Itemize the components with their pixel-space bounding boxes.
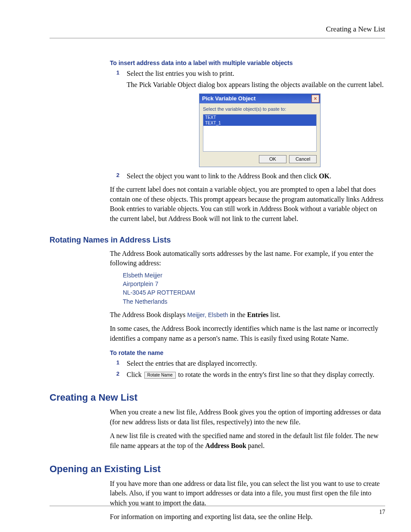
rotate-step2-suffix: to rotate the words in the entry's first… — [177, 371, 374, 378]
dialog-titlebar: Pick Variable Object × — [199, 94, 320, 103]
rotate-subtask-heading: To rotate the name — [110, 349, 385, 356]
dialog-list-item[interactable]: TEXT_1 — [203, 120, 316, 126]
rotating-heading: Rotating Names in Address Lists — [50, 236, 385, 245]
ok-button[interactable]: OK — [259, 155, 286, 163]
task1-step1-sub: The Pick Variable Object dialog box appe… — [127, 80, 385, 90]
dialog-buttons: OK Cancel — [199, 152, 320, 167]
rotating-display-mid: in the — [228, 311, 247, 318]
rotate-step2: Click Rotate Name to rotate the words in… — [116, 370, 385, 380]
rotating-intro: The Address Book automatically sorts add… — [110, 249, 385, 268]
creating-p2-suffix: panel. — [246, 442, 265, 449]
page: Creating a New List To insert address da… — [0, 0, 411, 532]
header-section-title: Creating a New List — [326, 25, 385, 34]
dialog-prompt: Select the variable object(s) to paste t… — [203, 106, 317, 112]
rotating-display-bold: Entries — [247, 311, 268, 318]
rotating-note: In some cases, the Address Book incorrec… — [110, 324, 385, 343]
task1-step1: Select the list entries you wish to prin… — [116, 69, 385, 167]
address-line: The Netherlands — [123, 297, 385, 306]
creating-p2: A new list file is created with the spec… — [110, 431, 385, 451]
task1-steps: Select the list entries you wish to prin… — [116, 69, 385, 180]
pick-variable-object-dialog: Pick Variable Object × Select the variab… — [199, 93, 321, 167]
rotate-step2-prefix: Click — [127, 371, 143, 378]
creating-p1: When you create a new list file, Address… — [110, 408, 385, 427]
task1-step2: Select the object you want to link to th… — [116, 171, 385, 181]
rotate-step1: Select the entries that are displayed in… — [116, 359, 385, 368]
rotate-name-button[interactable]: Rotate Name — [144, 372, 176, 379]
rotating-display-prefix: The Address Book displays — [110, 311, 187, 318]
page-number: 17 — [379, 509, 385, 516]
creating-heading: Creating a New List — [50, 392, 385, 403]
rotate-steps: Select the entries that are displayed in… — [116, 359, 385, 379]
address-line: NL-3045 AP ROTTERDAM — [123, 288, 385, 297]
dialog-list-item[interactable]: TEXT — [203, 115, 316, 120]
dialog-list[interactable]: TEXT TEXT_1 — [203, 114, 317, 152]
address-line: Elsbeth Meijjer — [123, 271, 385, 280]
no-var-object-paragraph: If the current label does not contain a … — [110, 185, 385, 224]
task1-step1-text: Select the list entries you wish to prin… — [127, 70, 234, 77]
task1-step2-prefix: Select the object you want to link to th… — [127, 172, 319, 180]
address-line: Airportplein 7 — [123, 280, 385, 288]
rotating-display-suffix: list. — [268, 311, 280, 318]
rotating-display: The Address Book displays Meijjer, Elsbe… — [110, 310, 385, 320]
dialog-title: Pick Variable Object — [202, 95, 255, 103]
content: To insert address data into a label with… — [50, 59, 385, 522]
opening-p2: For information on importing and exporti… — [110, 512, 385, 522]
dialog-body: Select the variable object(s) to paste t… — [199, 103, 320, 152]
close-icon[interactable]: × — [311, 95, 319, 103]
task1-heading: To insert address data into a label with… — [110, 59, 385, 66]
header-rule — [50, 38, 385, 38]
task1-step2-suffix: . — [330, 172, 331, 180]
footer-rule — [50, 506, 385, 506]
opening-p1: If you have more than one address or dat… — [110, 479, 385, 508]
rotate-step1-text: Select the entries that are displayed in… — [127, 360, 257, 367]
cancel-button[interactable]: Cancel — [289, 155, 317, 163]
creating-p2-bold: Address Book — [205, 442, 246, 449]
example-address: Elsbeth Meijjer Airportplein 7 NL-3045 A… — [123, 271, 385, 306]
task1-step2-bold: OK — [319, 172, 330, 180]
opening-heading: Opening an Existing List — [50, 464, 385, 475]
rotating-display-name: Meijjer, Elsbeth — [187, 311, 228, 318]
